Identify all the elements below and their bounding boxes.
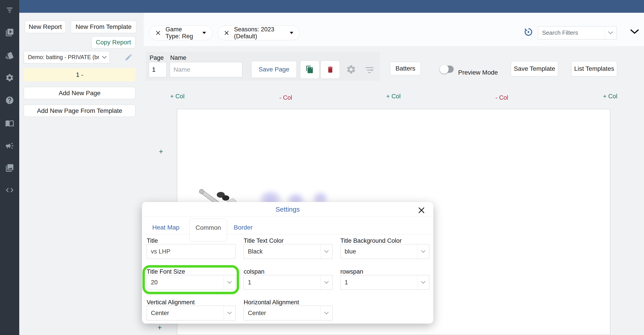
search-filters-placeholder: Search Filters (538, 26, 604, 39)
save-page-button[interactable]: Save Page (251, 61, 297, 78)
close-icon[interactable] (418, 206, 425, 214)
colspan-value: 1 (244, 275, 320, 290)
new-from-template-button[interactable]: New From Template (71, 20, 136, 33)
edit-pencil-icon[interactable] (124, 53, 132, 61)
title-field-label: Title (147, 237, 158, 244)
add-new-page-button[interactable]: Add New Page (24, 87, 136, 99)
top-navbar (19, 0, 644, 13)
tab-heat-map[interactable]: Heat Map (152, 224, 179, 231)
page-indicator[interactable]: 1 - (24, 68, 136, 81)
help-icon[interactable] (5, 96, 14, 105)
vertical-alignment-select[interactable]: Center (147, 306, 236, 320)
colspan-label: colspan (244, 268, 264, 275)
add-row-button[interactable]: + (159, 147, 163, 156)
collapse-panel-chevron-icon[interactable] (630, 29, 640, 35)
horizontal-alignment-select[interactable]: Center (244, 306, 332, 320)
title-background-color-select[interactable]: blue (340, 244, 429, 259)
add-col-button[interactable]: + Col (603, 93, 617, 100)
chevron-down-icon (99, 51, 110, 63)
search-filters-select[interactable]: Search Filters (538, 26, 617, 40)
book-icon[interactable] (5, 119, 14, 128)
filter-lines-icon[interactable] (5, 5, 14, 14)
copy-report-button[interactable]: Copy Report (91, 36, 136, 48)
cards-icon[interactable] (5, 51, 14, 60)
chevron-down-icon (604, 26, 616, 39)
page-number-input[interactable] (149, 62, 166, 77)
chevron-down-icon (320, 275, 332, 290)
page-filter-icon[interactable] (364, 66, 374, 74)
horizontal-alignment-value: Center (244, 306, 320, 320)
megaphone-icon[interactable] (5, 141, 14, 150)
sidebar-nav (0, 0, 19, 335)
filter-chip-label: Game Type: Reg (166, 26, 198, 40)
preview-mode-toggle[interactable] (441, 66, 454, 73)
photo-library-icon[interactable] (5, 164, 14, 172)
rowspan-label: rowspan (340, 268, 363, 275)
preview-mode-label: Preview Mode (458, 69, 498, 76)
save-template-button[interactable]: Save Template (511, 61, 558, 76)
title-background-color-value: blue (340, 244, 417, 259)
tab-border[interactable]: Border (234, 224, 252, 231)
report-select-value: Demo: batting - PRIVATE (brad... (24, 51, 99, 63)
rowspan-value: 1 (340, 275, 417, 290)
title-text-color-value: Black (244, 244, 320, 259)
add-col-button[interactable]: + Col (170, 93, 184, 100)
chevron-down-icon (320, 244, 332, 259)
toggle-knob (440, 65, 449, 74)
annotation-highlight-ring (142, 265, 239, 294)
chevron-down-icon (320, 306, 332, 320)
trash-icon (326, 66, 334, 74)
page-name-input[interactable] (170, 62, 242, 77)
list-templates-button[interactable]: List Templates (571, 61, 617, 76)
title-text-color-select[interactable]: Black (244, 244, 332, 259)
tab-common-label: Common (190, 224, 227, 231)
tab-common[interactable]: Common (190, 218, 227, 242)
title-input[interactable] (147, 244, 236, 259)
new-report-button[interactable]: New Report (25, 20, 66, 33)
batter-illustration (192, 170, 239, 202)
code-icon[interactable] (5, 186, 14, 194)
batters-button[interactable]: Batters (390, 62, 421, 75)
history-restore-icon[interactable] (524, 27, 534, 37)
chevron-down-icon (417, 275, 429, 290)
video-library-icon[interactable] (5, 28, 14, 37)
filter-chip-seasons[interactable]: Seasons: 2023 (Default) (218, 26, 300, 40)
vertical-alignment-label: Vertical Alignment (147, 299, 195, 306)
remove-col-button[interactable]: - Col (279, 94, 292, 101)
modal-title: Settings (142, 206, 433, 213)
remove-filter-icon[interactable] (224, 30, 229, 36)
tabs-divider (142, 234, 433, 234)
add-row-button-bottom[interactable]: + (158, 323, 162, 332)
add-col-button[interactable]: + Col (386, 93, 400, 100)
modal-header-divider (142, 216, 433, 216)
settings-gear-icon[interactable] (5, 73, 14, 82)
app-root: New Report New From Template Copy Report… (0, 0, 644, 335)
remove-col-button[interactable]: - Col (495, 94, 508, 101)
title-background-color-label: Title Background Color (340, 237, 402, 244)
page-label: Page (150, 54, 164, 61)
report-select[interactable]: Demo: batting - PRIVATE (brad... (24, 51, 110, 63)
filter-chip-label: Seasons: 2023 (Default) (234, 26, 285, 40)
caret-down-icon[interactable] (290, 32, 293, 34)
copy-page-button[interactable] (300, 60, 319, 79)
rowspan-select[interactable]: 1 (340, 275, 429, 290)
filter-chip-game-type[interactable]: Game Type: Reg (149, 26, 212, 40)
chevron-down-icon (417, 244, 429, 259)
horizontal-alignment-label: Horizontal Alignment (244, 299, 299, 306)
remove-filter-icon[interactable] (156, 30, 160, 36)
vertical-alignment-value: Center (147, 306, 224, 320)
caret-down-icon[interactable] (202, 32, 206, 34)
chevron-down-icon (224, 306, 235, 320)
copy-icon (306, 66, 314, 74)
add-new-page-from-template-button[interactable]: Add New Page From Template (24, 104, 136, 117)
page-settings-gear-icon[interactable] (346, 64, 356, 74)
name-label: Name (170, 54, 186, 61)
colspan-select[interactable]: 1 (244, 275, 332, 290)
title-text-color-label: Title Text Color (244, 237, 284, 244)
settings-modal: Settings Heat Map Common Border Title Ti… (142, 202, 433, 324)
delete-page-button[interactable] (321, 60, 340, 79)
